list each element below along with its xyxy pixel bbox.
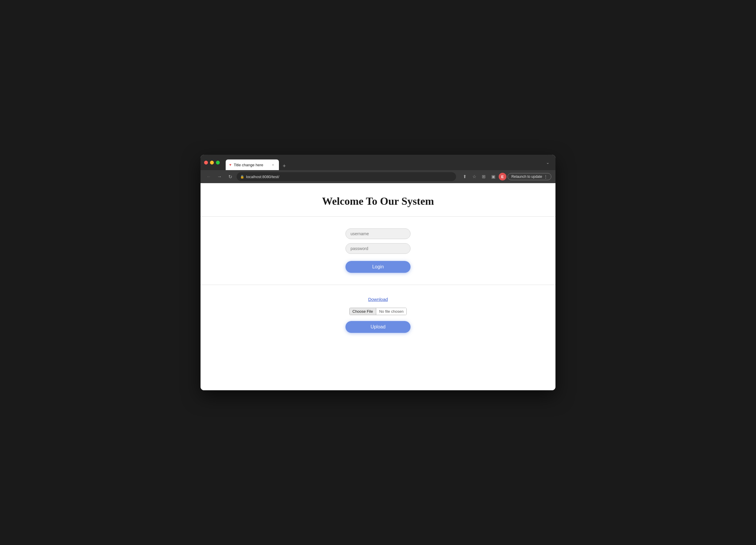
bookmark-button[interactable]: ☆ <box>470 172 479 181</box>
page-content: Welcome To Our System Login Download Cho… <box>201 183 555 390</box>
reload-button[interactable]: ↻ <box>226 172 234 181</box>
relaunch-label: Relaunch to update <box>511 174 542 179</box>
password-input[interactable] <box>345 243 411 254</box>
profile-button[interactable]: E <box>499 173 506 180</box>
minimize-button[interactable] <box>210 161 214 164</box>
file-name-display: No file chosen <box>376 308 406 315</box>
new-tab-button[interactable]: + <box>280 162 288 170</box>
forward-button[interactable]: → <box>215 172 224 181</box>
address-bar[interactable]: 🔒 localhost:8080/test/ <box>237 172 456 181</box>
close-button[interactable] <box>204 161 208 164</box>
nav-bar: ← → ↻ 🔒 localhost:8080/test/ ⬆ ☆ ⊞ ▣ E R… <box>201 170 555 183</box>
login-button[interactable]: Login <box>345 261 411 273</box>
nav-actions: ⬆ ☆ ⊞ ▣ E Relaunch to update ⋮ <box>461 172 551 181</box>
tab-title: Title change here <box>234 163 268 167</box>
share-button[interactable]: ⬆ <box>461 172 469 181</box>
url-display: localhost:8080/test/ <box>246 174 279 179</box>
tab-bar: ♥ Title change here × + <box>226 155 541 170</box>
relaunch-more-icon: ⋮ <box>544 174 547 179</box>
active-tab[interactable]: ♥ Title change here × <box>226 159 279 170</box>
sidebar-button[interactable]: ▣ <box>489 172 497 181</box>
page-header: Welcome To Our System <box>201 183 555 216</box>
download-link[interactable]: Download <box>368 297 388 302</box>
file-input-wrapper: Choose File No file chosen <box>349 308 407 315</box>
traffic-lights <box>204 161 220 164</box>
window-chevron-icon[interactable]: ⌄ <box>544 159 552 166</box>
extensions-button[interactable]: ⊞ <box>480 172 488 181</box>
title-bar: ♥ Title change here × + ⌄ <box>201 155 555 170</box>
tab-favicon-icon: ♥ <box>229 163 231 167</box>
choose-file-button[interactable]: Choose File <box>350 308 376 315</box>
tab-close-icon[interactable]: × <box>271 162 275 167</box>
lock-icon: 🔒 <box>240 175 244 179</box>
upload-section: Download Choose File No file chosen Uplo… <box>201 285 555 345</box>
username-input[interactable] <box>345 228 411 239</box>
window-controls-right: ⌄ <box>544 159 552 166</box>
page-title: Welcome To Our System <box>206 195 550 207</box>
login-section: Login <box>201 216 555 285</box>
upload-button[interactable]: Upload <box>345 321 411 333</box>
maximize-button[interactable] <box>216 161 220 164</box>
browser-window: ♥ Title change here × + ⌄ ← → ↻ 🔒 localh… <box>201 155 555 390</box>
back-button[interactable]: ← <box>205 172 213 181</box>
relaunch-button[interactable]: Relaunch to update ⋮ <box>508 173 551 180</box>
